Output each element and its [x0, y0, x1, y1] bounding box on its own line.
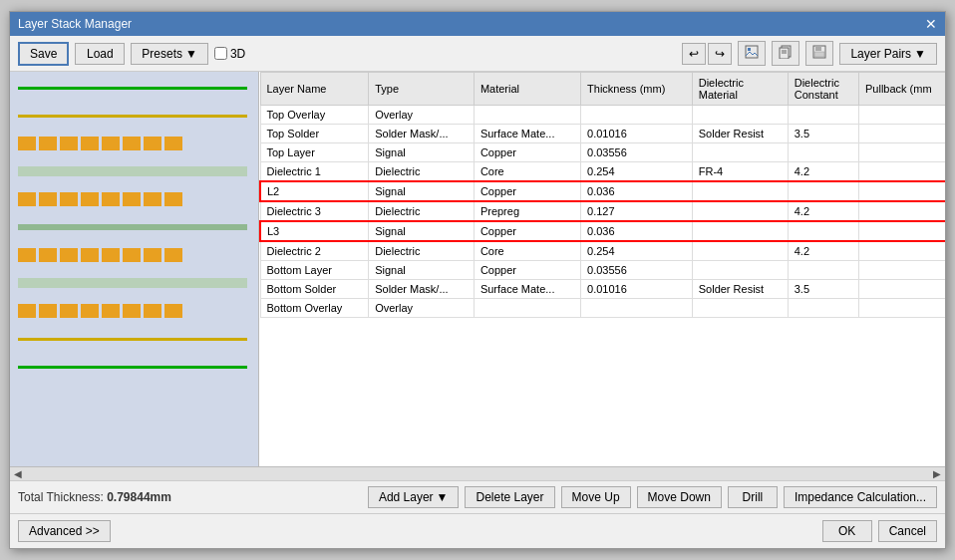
svg-rect-7 — [815, 46, 821, 51]
layer-visual-panel — [10, 72, 259, 466]
layer-pairs-arrow: ▼ — [914, 47, 926, 61]
title-bar: Layer Stack Manager ✕ — [10, 12, 945, 36]
scroll-right-arrow[interactable]: ▶ — [933, 468, 941, 479]
table-row[interactable]: Bottom OverlayOverlay — [260, 299, 945, 318]
layer-stack-manager-dialog: Layer Stack Manager ✕ Save Load Presets … — [9, 11, 946, 549]
table-row[interactable]: Bottom SolderSolder Mask/...Surface Mate… — [260, 280, 945, 299]
redo-button[interactable]: ↪ — [708, 43, 732, 65]
copy-icon — [779, 45, 793, 59]
ok-button[interactable]: OK — [822, 520, 872, 542]
save-button[interactable]: Save — [18, 42, 69, 66]
threed-label: 3D — [230, 47, 245, 61]
layer-pairs-label: Layer Pairs — [850, 47, 911, 61]
table-row[interactable]: L3SignalCopper0.036 — [260, 221, 945, 241]
close-button[interactable]: ✕ — [925, 16, 937, 32]
move-up-button[interactable]: Move Up — [561, 486, 631, 508]
drill-button[interactable]: Drill — [728, 486, 778, 508]
icon-btn-3[interactable] — [805, 41, 833, 66]
layer-visual-row — [10, 185, 258, 213]
layer-visual-row — [10, 74, 258, 102]
advanced-button[interactable]: Advanced >> — [18, 520, 111, 542]
col-header-diel-material: DielectricMaterial — [692, 73, 788, 106]
threed-checkbox[interactable] — [214, 47, 227, 60]
delete-layer-button[interactable]: Delete Layer — [465, 486, 554, 508]
icon-btn-2[interactable] — [772, 41, 799, 66]
layer-visual-row — [10, 241, 258, 269]
main-content: Layer Name Type Material Thickness (mm) … — [10, 72, 945, 466]
table-row[interactable]: Top SolderSolder Mask/...Surface Mate...… — [260, 125, 945, 143]
layer-table-container[interactable]: Layer Name Type Material Thickness (mm) … — [259, 72, 945, 466]
dialog-title: Layer Stack Manager — [18, 17, 132, 31]
image-icon — [745, 45, 759, 59]
impedance-button[interactable]: Impedance Calculation... — [784, 486, 937, 508]
add-layer-button[interactable]: Add Layer ▼ — [368, 486, 460, 508]
presets-button[interactable]: Presets ▼ — [131, 43, 208, 65]
undo-redo-group: ↩ ↪ — [682, 43, 732, 65]
total-thickness-value: 0.79844mm — [107, 490, 171, 504]
layer-visual-row — [10, 102, 258, 130]
scroll-left-arrow[interactable]: ◀ — [14, 468, 22, 479]
svg-rect-0 — [746, 46, 758, 58]
col-header-type: Type — [369, 73, 475, 106]
toolbar: Save Load Presets ▼ 3D ↩ ↪ — [10, 36, 945, 72]
undo-button[interactable]: ↩ — [682, 43, 706, 65]
move-down-button[interactable]: Move Down — [637, 486, 722, 508]
layer-pairs-button[interactable]: Layer Pairs ▼ — [839, 43, 937, 65]
svg-rect-8 — [814, 52, 824, 57]
table-header-row: Layer Name Type Material Thickness (mm) … — [260, 73, 945, 106]
save-icon — [812, 45, 826, 59]
bottom-toolbar: Total Thickness: 0.79844mm Add Layer ▼ D… — [10, 480, 945, 513]
layer-visual-row — [10, 353, 258, 381]
col-header-name: Layer Name — [260, 73, 369, 106]
layer-visual-row — [10, 325, 258, 353]
table-row[interactable]: Dielectric 1DielectricCore0.254FR-44.2 — [260, 162, 945, 182]
total-thickness-label: Total Thickness: 0.79844mm — [18, 490, 171, 504]
icon-btn-1[interactable] — [738, 41, 766, 66]
add-layer-arrow: ▼ — [437, 490, 449, 504]
table-row[interactable]: Top OverlayOverlay — [260, 106, 945, 125]
layer-visual-row — [10, 269, 258, 297]
svg-rect-1 — [748, 48, 751, 51]
table-row[interactable]: Bottom LayerSignalCopper0.03556 — [260, 261, 945, 280]
col-header-diel-constant: DielectricConstant — [788, 73, 858, 106]
layer-visual-row — [10, 213, 258, 241]
footer: Advanced >> OK Cancel — [10, 513, 945, 548]
presets-label: Presets — [142, 47, 182, 61]
table-row[interactable]: L2SignalCopper0.036 — [260, 181, 945, 201]
threed-checkbox-label[interactable]: 3D — [214, 47, 245, 61]
layer-table: Layer Name Type Material Thickness (mm) … — [259, 72, 945, 318]
col-header-material: Material — [474, 73, 580, 106]
table-row[interactable]: Top LayerSignalCopper0.03556 — [260, 143, 945, 162]
table-row[interactable]: Dielectric 2DielectricCore0.2544.2 — [260, 241, 945, 261]
table-row[interactable]: Dielectric 3DielectricPrepreg0.1274.2 — [260, 201, 945, 221]
col-header-pullback: Pullback (mm — [858, 73, 945, 106]
load-button[interactable]: Load — [75, 43, 125, 65]
col-header-thickness: Thickness (mm) — [581, 73, 693, 106]
layer-visual-row — [10, 157, 258, 185]
horizontal-scrollbar[interactable]: ◀ ▶ — [10, 466, 945, 480]
layer-visual-row — [10, 297, 258, 325]
cancel-button[interactable]: Cancel — [878, 520, 937, 542]
layer-visual-row — [10, 130, 258, 157]
presets-arrow: ▼ — [185, 47, 197, 61]
